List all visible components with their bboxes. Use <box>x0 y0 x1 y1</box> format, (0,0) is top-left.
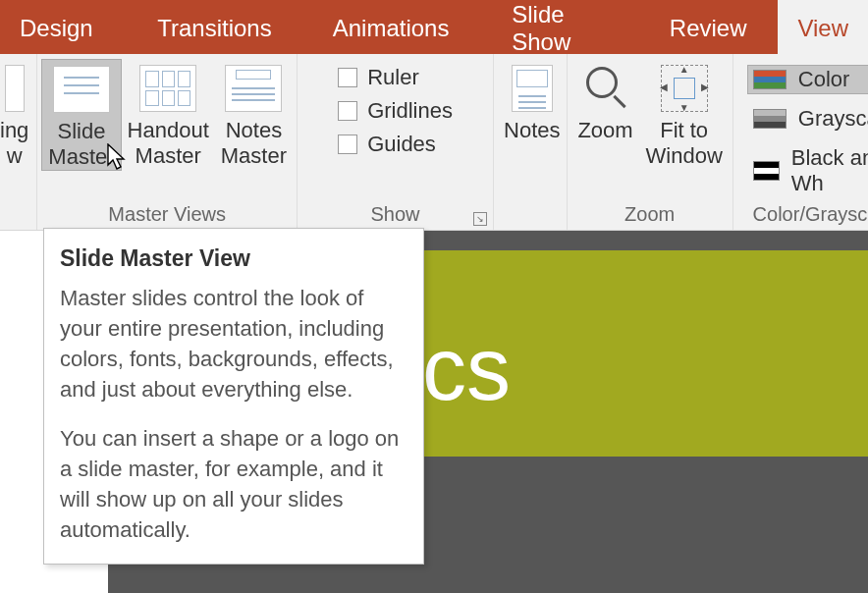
show-dialog-launcher-icon[interactable]: ↘ <box>473 212 487 226</box>
ruler-label: Ruler <box>367 65 419 90</box>
bw-swatch-icon <box>753 161 780 181</box>
guides-label: Guides <box>367 132 436 157</box>
notes-button[interactable]: Notes <box>498 59 566 143</box>
color-label: Color <box>798 67 850 92</box>
slide-master-button[interactable]: Slide Master <box>41 59 121 171</box>
tab-review[interactable]: Review <box>650 0 767 54</box>
tab-slide-show[interactable]: Slide Show <box>492 0 631 54</box>
checkbox-icon <box>338 101 357 121</box>
grayscale-swatch-icon <box>753 109 787 129</box>
zoom-label: Zoom <box>577 118 632 143</box>
ribbon-group-show: Ruler Gridlines Guides Show ↘ <box>298 54 494 230</box>
notes-label: Notes <box>504 118 560 143</box>
color-grayscale-group-label: Color/Grayscale <box>741 203 868 230</box>
guides-checkbox[interactable]: Guides <box>338 132 453 157</box>
color-swatch-icon <box>753 70 787 89</box>
gridlines-checkbox[interactable]: Gridlines <box>338 98 453 124</box>
zoom-button[interactable]: Zoom <box>571 59 640 143</box>
ribbon-group-partial-left: ing w <box>0 54 37 230</box>
slide-master-tooltip: Slide Master View Master slides control … <box>43 228 424 565</box>
notes-master-label: Notes Master <box>221 118 287 169</box>
ruler-checkbox[interactable]: Ruler <box>338 65 453 90</box>
handout-master-button[interactable]: Handout Master <box>122 59 215 169</box>
tab-view[interactable]: View <box>778 0 868 54</box>
zoom-icon <box>582 65 629 112</box>
reading-view-button-partial[interactable]: ing w <box>0 59 34 169</box>
ribbon-tab-bar: Design Transitions Animations Slide Show… <box>0 0 868 54</box>
ribbon-group-master-views: Slide Master Handout Master Notes Master… <box>37 54 298 230</box>
color-mode-button[interactable]: Color <box>747 65 868 94</box>
slide-master-label: Slide Master <box>48 119 114 170</box>
reading-view-label: ing w <box>0 118 28 169</box>
tab-design[interactable]: Design <box>0 0 113 54</box>
reading-view-icon <box>5 65 25 112</box>
tab-animations[interactable]: Animations <box>313 0 469 54</box>
slide-title-text-fragment: cs <box>422 319 511 420</box>
tooltip-paragraph-2: You can insert a shape or a logo on a sl… <box>60 423 407 546</box>
black-and-white-mode-button[interactable]: Black and Wh <box>747 143 868 198</box>
slide-master-icon <box>53 66 110 113</box>
tooltip-paragraph-1: Master slides control the look of your e… <box>60 283 407 405</box>
fit-to-window-label: Fit to Window <box>646 118 723 169</box>
checkbox-icon <box>338 135 357 154</box>
zoom-group-label: Zoom <box>571 203 729 230</box>
ribbon-group-notes: Notes <box>494 54 566 230</box>
checkbox-icon <box>338 68 357 87</box>
show-group-label: Show <box>371 203 420 226</box>
grayscale-mode-button[interactable]: Grayscale <box>747 104 868 134</box>
notes-master-icon <box>225 65 282 112</box>
notes-icon <box>512 65 553 112</box>
fit-to-window-button[interactable]: ▲▼◀▶ Fit to Window <box>640 59 729 169</box>
ribbon-group-color-grayscale: Color Grayscale Black and Wh Color/Grays… <box>733 54 868 230</box>
notes-master-button[interactable]: Notes Master <box>215 59 293 169</box>
bw-label: Black and Wh <box>791 145 868 196</box>
handout-master-icon <box>139 65 196 112</box>
tooltip-title: Slide Master View <box>60 243 407 275</box>
handout-master-label: Handout Master <box>128 118 209 169</box>
ribbon-group-zoom: Zoom ▲▼◀▶ Fit to Window Zoom <box>567 54 733 230</box>
master-views-group-label: Master Views <box>41 203 293 230</box>
gridlines-label: Gridlines <box>367 98 453 124</box>
ribbon: ing w Slide Master Handout Master <box>0 54 868 231</box>
grayscale-label: Grayscale <box>798 106 868 132</box>
fit-to-window-icon: ▲▼◀▶ <box>661 65 708 112</box>
tab-transitions[interactable]: Transitions <box>137 0 291 54</box>
